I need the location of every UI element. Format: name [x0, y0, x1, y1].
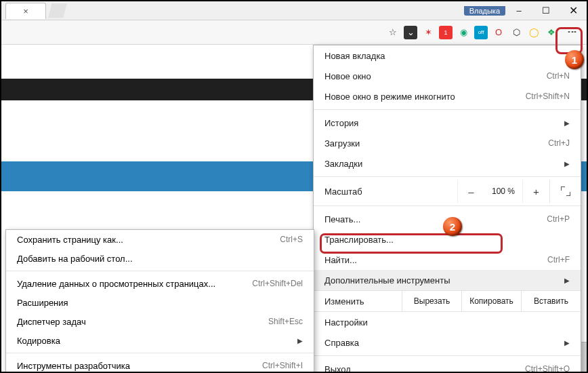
menu-label: Дополнительные инструменты: [324, 275, 560, 286]
annotation-badge-2: 2: [443, 217, 462, 236]
edit-label: Изменить: [314, 291, 402, 311]
submenu-arrow-icon: ▶: [564, 277, 570, 284]
extension-icon[interactable]: ⬡: [509, 26, 523, 39]
extension-icon[interactable]: ❖: [545, 26, 558, 39]
menu-label: Диспетчер задач: [17, 317, 268, 327]
menu-label: Закладки: [324, 159, 560, 169]
menu-shortcut: Shift+Esc: [268, 317, 303, 326]
menu-label: Расширения: [17, 298, 303, 308]
menu-label: Новая вкладка: [324, 51, 570, 61]
zoom-label: Масштаб: [314, 186, 457, 197]
menu-label: Новое окно: [324, 71, 547, 81]
menu-item-exit[interactable]: ВыходCtrl+Shift+Q: [314, 359, 581, 373]
menu-shortcut: Ctrl+Shift+Del: [252, 279, 303, 288]
window-minimize-button[interactable]: –: [505, 1, 532, 20]
profile-badge[interactable]: Владыка: [464, 6, 505, 16]
menu-item-bookmarks[interactable]: Закладки▶: [314, 153, 581, 174]
fullscreen-button[interactable]: [549, 180, 581, 203]
menu-label: Загрузки: [324, 138, 548, 149]
menu-separator: [314, 205, 581, 206]
more-tools-submenu: Сохранить страницу как...Ctrl+S Добавить…: [5, 229, 314, 373]
window-close-button[interactable]: ✕: [560, 1, 587, 20]
menu-item-new-window[interactable]: Новое окноCtrl+N: [314, 66, 581, 86]
menu-shortcut: Ctrl+F: [547, 255, 570, 264]
menu-separator: [314, 176, 581, 177]
submenu-item-encoding[interactable]: Кодировка▶: [6, 331, 314, 350]
bookmark-star-icon[interactable]: ☆: [386, 26, 400, 39]
menu-label: Добавить на рабочий стол...: [17, 254, 303, 264]
zoom-value: 100 %: [484, 186, 522, 196]
submenu-item-add-desktop[interactable]: Добавить на рабочий стол...: [6, 249, 314, 268]
zoom-out-button[interactable]: –: [457, 180, 484, 203]
menu-label: Выход: [324, 364, 525, 374]
extension-yandex-icon[interactable]: ◯: [527, 26, 541, 39]
chrome-main-menu: Новая вкладка Новое окноCtrl+N Новое окн…: [313, 45, 581, 373]
menu-label: Удаление данных о просмотренных страница…: [17, 279, 252, 289]
menu-label: История: [324, 118, 560, 128]
menu-item-new-tab[interactable]: Новая вкладка: [314, 45, 581, 66]
menu-item-incognito[interactable]: Новое окно в режиме инкогнитоCtrl+Shift+…: [314, 86, 581, 106]
browser-tab[interactable]: ×: [5, 3, 46, 19]
extension-pocket-icon[interactable]: ⌄: [404, 26, 417, 39]
menu-item-downloads[interactable]: ЗагрузкиCtrl+J: [314, 133, 581, 153]
menu-edit-row: Изменить Вырезать Копировать Вставить: [314, 290, 581, 312]
menu-separator: [314, 109, 581, 110]
submenu-item-devtools[interactable]: Инструменты разработчикаCtrl+Shift+I: [6, 356, 314, 373]
menu-label: Транслировать...: [324, 235, 570, 245]
menu-zoom-row: Масштаб – 100 % +: [314, 180, 581, 203]
menu-item-find[interactable]: Найти...Ctrl+F: [314, 250, 581, 270]
menu-label: Инструменты разработчика: [17, 361, 262, 371]
chrome-menu-button[interactable]: ⋮: [562, 22, 583, 43]
menu-item-more-tools[interactable]: Дополнительные инструменты▶: [314, 270, 581, 290]
fullscreen-icon: [561, 186, 570, 196]
menu-item-history[interactable]: История▶: [314, 113, 581, 133]
zoom-in-button[interactable]: +: [522, 180, 549, 203]
menu-label: Печать...: [324, 214, 547, 224]
extension-icon[interactable]: 1: [439, 26, 453, 39]
tab-close-icon[interactable]: ×: [23, 6, 28, 16]
menu-shortcut: Ctrl+N: [547, 71, 570, 81]
menu-item-help[interactable]: Справка▶: [314, 332, 581, 353]
more-vert-icon: ⋮: [567, 27, 578, 38]
menu-shortcut: Ctrl+Shift+N: [526, 92, 570, 101]
menu-shortcut: Ctrl+Shift+I: [262, 361, 303, 370]
menu-label: Справка: [324, 338, 560, 348]
menu-separator: [314, 355, 581, 356]
extension-opera-icon[interactable]: O: [492, 26, 505, 39]
menu-label: Сохранить страницу как...: [17, 235, 280, 245]
submenu-arrow-icon: ▶: [564, 160, 570, 168]
extension-icon[interactable]: off: [474, 26, 488, 39]
menu-shortcut: Ctrl+P: [547, 214, 570, 224]
window-maximize-button[interactable]: ☐: [532, 1, 560, 20]
menu-label: Кодировка: [17, 336, 293, 346]
submenu-item-save-page[interactable]: Сохранить страницу как...Ctrl+S: [6, 230, 314, 249]
browser-toolbar: ☆ ⌄ ✶ 1 ◉ off O ⬡ ◯ ❖ ⋮: [1, 20, 587, 45]
submenu-item-clear-data[interactable]: Удаление данных о просмотренных страница…: [6, 274, 314, 293]
menu-separator: [6, 271, 314, 271]
menu-shortcut: Ctrl+S: [280, 235, 303, 244]
menu-shortcut: Ctrl+Shift+Q: [525, 364, 570, 373]
extension-icon[interactable]: ✶: [421, 26, 435, 39]
submenu-arrow-icon: ▶: [297, 337, 303, 345]
menu-item-settings[interactable]: Настройки: [314, 312, 581, 332]
submenu-arrow-icon: ▶: [564, 119, 570, 127]
menu-label: Новое окно в режиме инкогнито: [324, 92, 526, 102]
menu-label: Найти...: [324, 255, 547, 265]
new-tab-button[interactable]: [48, 3, 67, 18]
edit-paste-button[interactable]: Вставить: [521, 291, 581, 311]
annotation-badge-1: 1: [565, 50, 584, 69]
extension-icon[interactable]: ◉: [457, 26, 470, 39]
edit-copy-button[interactable]: Копировать: [461, 291, 521, 311]
menu-label: Настройки: [324, 317, 570, 328]
submenu-item-extensions[interactable]: Расширения: [6, 293, 314, 312]
submenu-item-task-manager[interactable]: Диспетчер задачShift+Esc: [6, 312, 314, 331]
menu-shortcut: Ctrl+J: [548, 138, 570, 148]
menu-separator: [6, 353, 314, 353]
edit-cut-button[interactable]: Вырезать: [402, 291, 461, 311]
window-titlebar: × Владыка – ☐ ✕: [1, 1, 587, 20]
submenu-arrow-icon: ▶: [564, 339, 570, 347]
